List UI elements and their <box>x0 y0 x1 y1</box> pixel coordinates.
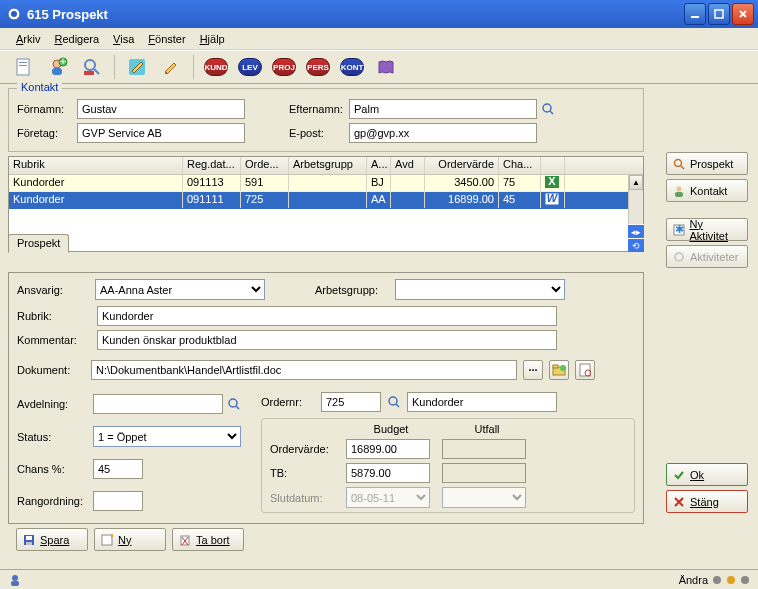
badge-pers[interactable]: PERS <box>304 53 332 81</box>
avdelning-input[interactable] <box>93 394 223 414</box>
tb-budget-input[interactable] <box>346 463 430 483</box>
kommentar-input[interactable] <box>97 330 557 350</box>
svg-rect-40 <box>11 581 19 586</box>
ansvarig-select[interactable]: AA-Anna Aster <box>95 279 265 300</box>
nav-leftright-icon[interactable]: ◂▸ <box>628 224 644 238</box>
tabort-button[interactable]: Ta bort <box>172 528 244 551</box>
grid-header: Rubrik Reg.dat... Orde... Arbetsgrupp A.… <box>9 157 643 175</box>
ordervarde-budget-input[interactable] <box>346 439 430 459</box>
grid-row-selected[interactable]: Kundorder 091111 725 AA 16899.00 45 W <box>9 192 643 209</box>
minimize-button[interactable] <box>684 3 706 25</box>
ny-aktivitet-button[interactable]: ✱Ny Aktivitet <box>666 218 748 241</box>
menu-visa[interactable]: Visa <box>107 31 140 47</box>
tool-search-contact-icon[interactable] <box>78 53 106 81</box>
chans-input[interactable] <box>93 459 143 479</box>
ok-button[interactable]: Ok <box>666 463 748 486</box>
spara-button[interactable]: Spara <box>16 528 88 551</box>
rangordning-input[interactable] <box>93 491 143 511</box>
dokument-label: Dokument: <box>17 364 85 376</box>
ordernr-ref-input[interactable] <box>407 392 557 412</box>
col-order[interactable]: Orde... <box>241 157 289 174</box>
stang-button[interactable]: Stäng <box>666 490 748 513</box>
svg-rect-27 <box>553 365 558 368</box>
tool-document-icon[interactable] <box>10 53 38 81</box>
window-title: 615 Prospekt <box>27 7 682 22</box>
svg-text:✱: ✱ <box>674 224 683 235</box>
svg-point-15 <box>675 159 682 166</box>
prospekt-grid: Rubrik Reg.dat... Orde... Arbetsgrupp A.… <box>8 156 644 252</box>
search-icon[interactable] <box>541 102 555 116</box>
utfall-label: Utfall <box>442 423 532 435</box>
slutdatum-budget-select[interactable]: 08-05-11 <box>346 487 430 508</box>
col-avd[interactable]: Avd <box>391 157 425 174</box>
maximize-button[interactable] <box>708 3 730 25</box>
foretag-input[interactable] <box>77 123 245 143</box>
fornamn-label: Förnamn: <box>17 103 77 115</box>
ordernr-input[interactable] <box>321 392 381 412</box>
bottom-toolbar: Spara ✱Ny Ta bort <box>8 524 644 555</box>
svg-text:X: X <box>548 176 556 187</box>
grid-nav-icons: ◂▸ ⟲ <box>628 224 644 252</box>
col-ordervarde[interactable]: Ordervärde <box>425 157 499 174</box>
status-label: Status: <box>17 431 87 443</box>
fornamn-input[interactable] <box>77 99 245 119</box>
person-icon <box>672 184 686 198</box>
badge-lev[interactable]: LEV <box>236 53 264 81</box>
menu-fonster[interactable]: Fönster <box>142 31 191 47</box>
tool-pencil-icon[interactable] <box>157 53 185 81</box>
epost-input[interactable] <box>349 123 537 143</box>
tool-note-icon[interactable] <box>123 53 151 81</box>
svg-rect-5 <box>19 62 27 63</box>
badge-proj[interactable]: PROJ <box>270 53 298 81</box>
badge-kund[interactable]: KUND <box>202 53 230 81</box>
efternamn-input[interactable] <box>349 99 537 119</box>
arbetsgrupp-select[interactable] <box>395 279 565 300</box>
menu-arkiv[interactable]: Arkiv <box>10 31 46 47</box>
kontakt-button[interactable]: Kontakt <box>666 179 748 202</box>
status-dot-grey <box>713 576 721 584</box>
tab-prospekt[interactable]: Prospekt <box>8 234 69 253</box>
svg-rect-2 <box>691 16 699 18</box>
search-icon[interactable] <box>387 395 401 409</box>
ny-button[interactable]: ✱Ny <box>94 528 166 551</box>
ordervarde-utfall-input[interactable] <box>442 439 526 459</box>
badge-kont[interactable]: KONT <box>338 53 366 81</box>
scroll-up-icon[interactable]: ▲ <box>629 175 643 190</box>
col-a[interactable]: A... <box>367 157 391 174</box>
col-rubrik[interactable]: Rubrik <box>9 157 183 174</box>
status-dot-amber <box>727 576 735 584</box>
svg-point-16 <box>677 186 682 191</box>
tool-add-user-icon[interactable]: + <box>44 53 72 81</box>
col-arbetsgrupp[interactable]: Arbetsgrupp <box>289 157 367 174</box>
svg-point-32 <box>389 397 397 405</box>
ordernr-label: Ordernr: <box>261 396 315 408</box>
tb-utfall-input[interactable] <box>442 463 526 483</box>
svg-point-28 <box>560 365 566 371</box>
epost-label: E-post: <box>289 127 349 139</box>
menu-redigera[interactable]: Redigera <box>48 31 105 47</box>
nav-refresh-icon[interactable]: ⟲ <box>628 238 644 252</box>
slutdatum-utfall-select[interactable] <box>442 487 526 508</box>
dokument-input[interactable] <box>91 360 517 380</box>
svg-rect-6 <box>19 65 27 66</box>
svg-point-14 <box>165 72 167 74</box>
toolbar: + KUND LEV PROJ PERS KONT <box>0 50 758 84</box>
col-cha[interactable]: Cha... <box>499 157 541 174</box>
document-view-button[interactable] <box>575 360 595 380</box>
svg-point-31 <box>229 399 237 407</box>
rangordning-label: Rangordning: <box>17 495 87 507</box>
close-button[interactable] <box>732 3 754 25</box>
tool-book-icon[interactable] <box>372 53 400 81</box>
rubrik-input[interactable] <box>97 306 557 326</box>
rubrik-label: Rubrik: <box>17 310 91 322</box>
prospekt-button[interactable]: Prospekt <box>666 152 748 175</box>
col-regdat[interactable]: Reg.dat... <box>183 157 241 174</box>
status-select[interactable]: 1 = Öppet <box>93 426 241 447</box>
grid-row[interactable]: Kundorder 091113 591 BJ 3450.00 75 X <box>9 175 643 192</box>
search-icon[interactable] <box>227 397 241 411</box>
ordervarde-label: Ordervärde: <box>270 443 340 455</box>
aktiviteter-button[interactable]: Aktiviteter <box>666 245 748 268</box>
folder-open-button[interactable] <box>549 360 569 380</box>
menu-hjalp[interactable]: Hjälp <box>194 31 231 47</box>
browse-button[interactable]: ··· <box>523 360 543 380</box>
